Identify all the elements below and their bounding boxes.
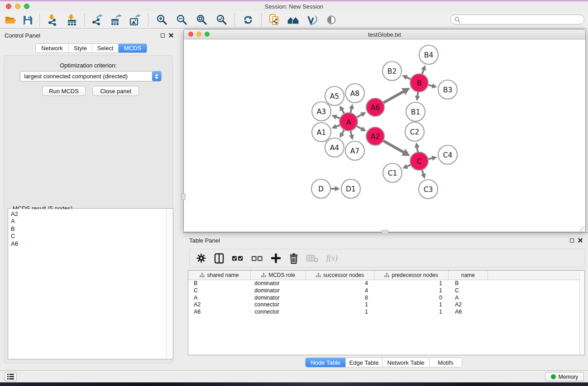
delete-column-button trash-icon[interactable] — [289, 253, 299, 264]
zoom-out-button[interactable] — [172, 12, 191, 28]
import-network-button[interactable] — [43, 12, 62, 28]
table-cell[interactable]: A6 — [449, 309, 488, 316]
graph-node-B1[interactable]: B1 — [406, 102, 425, 121]
table-cell[interactable]: connector — [251, 309, 306, 316]
graph-edge[interactable] — [349, 130, 354, 140]
graph-edge[interactable] — [331, 114, 340, 119]
table-cell[interactable]: dominator — [251, 280, 306, 287]
tab-network[interactable]: Network — [36, 44, 69, 52]
export-table-button[interactable] — [107, 12, 126, 28]
deselect-all-button unchecked-boxes-icon[interactable] — [251, 253, 263, 264]
tab-select[interactable]: Select — [92, 44, 119, 52]
network-from-selection-button[interactable] — [265, 12, 284, 28]
table-row[interactable]: Adominator80A — [188, 295, 584, 302]
table-cell[interactable]: B — [188, 280, 251, 287]
zoom-fit-button[interactable] — [191, 12, 211, 28]
graph-node-A2[interactable]: A2 — [366, 127, 384, 145]
select-all-button checked-boxes-icon[interactable] — [232, 253, 244, 264]
tab-network-table[interactable]: Network Table — [382, 358, 430, 367]
graph-edge[interactable] — [356, 112, 366, 118]
table-cell[interactable]: 1 — [374, 301, 449, 309]
window-resize-handle[interactable] — [579, 225, 585, 231]
graph-edge[interactable] — [415, 143, 420, 153]
graph-edge[interactable] — [428, 156, 437, 161]
table-row[interactable]: Cdominator41C — [188, 287, 584, 295]
graph-node-A8[interactable]: A8 — [345, 84, 364, 103]
graph-edge[interactable] — [383, 88, 410, 103]
show-columns-button columns-icon[interactable] — [214, 253, 224, 264]
graph-node-D[interactable]: D — [311, 179, 330, 198]
run-mcds-button[interactable]: Run MCDS — [42, 86, 86, 96]
float-panel-icon[interactable] — [161, 33, 165, 38]
zoom-selected-button[interactable] — [211, 12, 231, 28]
mcds-result-item[interactable]: A2 — [9, 210, 166, 218]
save-session-button[interactable] — [19, 12, 36, 28]
graph-node-D1[interactable]: D1 — [341, 179, 360, 198]
mcds-result-scrollbar[interactable] — [166, 209, 172, 358]
table-cell[interactable]: 1 — [306, 309, 374, 316]
table-cell[interactable]: 4 — [306, 287, 374, 295]
refresh-button[interactable] — [238, 12, 258, 28]
command-panel-button[interactable] — [5, 372, 17, 381]
table-cell[interactable]: A2 — [449, 301, 488, 309]
table-cell[interactable]: dominator — [251, 287, 306, 295]
table-cell[interactable]: 1 — [374, 280, 449, 287]
graph-edge[interactable] — [402, 75, 411, 80]
show-graphics-details-button[interactable] — [322, 12, 341, 28]
table-cell[interactable]: connector — [251, 301, 306, 309]
graph-node-B2[interactable]: B2 — [382, 62, 402, 81]
table-cell[interactable]: 8 — [306, 295, 374, 302]
mcds-result-item[interactable]: B — [9, 225, 166, 233]
tab-mcds[interactable]: MCDS — [119, 44, 147, 52]
table-cell[interactable]: 1 — [374, 309, 449, 316]
import-table-button[interactable] — [62, 12, 81, 28]
graph-edge[interactable] — [339, 129, 344, 138]
graph-node-A7[interactable]: A7 — [345, 141, 364, 160]
table-cell[interactable]: 1 — [374, 287, 449, 295]
tab-motifs[interactable]: Motifs — [430, 358, 462, 367]
table-settings-button gear-icon[interactable] — [196, 253, 206, 263]
table-cell[interactable]: 4 — [306, 280, 374, 287]
search-input[interactable] — [463, 16, 580, 23]
network-window-titlebar[interactable]: testGlobe.txt — [184, 29, 585, 39]
tab-edge-table[interactable]: Edge Table — [346, 358, 382, 367]
column-header-name[interactable]: name — [449, 271, 488, 280]
column-header-mcds-role[interactable]: MCDS role — [251, 271, 306, 280]
table-cell[interactable]: A — [449, 295, 488, 302]
open-file-button[interactable] — [2, 12, 19, 28]
table-cell[interactable]: C — [449, 287, 488, 295]
table-cell[interactable]: 0 — [374, 295, 449, 302]
delete-table-button table-delete-icon[interactable] — [306, 253, 319, 263]
graph-node-B4[interactable]: B4 — [419, 45, 438, 64]
graph-node-A1[interactable]: A1 — [312, 123, 331, 142]
graph-edge[interactable] — [415, 91, 421, 101]
graph-edge[interactable] — [349, 104, 354, 113]
table-row[interactable]: A6connector11A6 — [188, 309, 584, 316]
graph-edge[interactable] — [421, 169, 426, 179]
graph-node-C2[interactable]: C2 — [405, 122, 424, 141]
table-row[interactable]: Bdominator41B — [188, 280, 584, 287]
graph-edge[interactable] — [383, 140, 410, 156]
column-header-shared-name[interactable]: shared name — [188, 271, 251, 280]
mcds-result-item[interactable]: C — [9, 233, 166, 240]
graph-node-A4[interactable]: A4 — [325, 138, 344, 157]
graph-edge[interactable] — [421, 65, 426, 75]
column-header-successor-nodes[interactable]: successor nodes — [306, 271, 374, 280]
export-network-button[interactable] — [88, 12, 107, 28]
graph-edge[interactable] — [402, 164, 411, 169]
table-cell[interactable]: A2 — [188, 301, 251, 309]
memory-button[interactable]: Memory — [545, 372, 584, 381]
table-cell[interactable]: C — [188, 287, 251, 295]
graph-node-B3[interactable]: B3 — [438, 80, 457, 99]
graph-edge[interactable] — [331, 124, 340, 129]
table-cell[interactable]: dominator — [251, 295, 306, 302]
table-cell[interactable]: B — [449, 280, 488, 287]
table-cell[interactable]: A — [188, 295, 251, 302]
criterion-dropdown[interactable]: largest connected component (directed) — [20, 71, 162, 81]
graph-node-B[interactable]: B — [410, 74, 428, 92]
table-row[interactable]: A2connector11A2 — [188, 301, 584, 309]
graph-node-C[interactable]: C — [410, 152, 428, 170]
graph-edge[interactable] — [356, 126, 366, 131]
export-image-button[interactable] — [126, 12, 145, 28]
table-cell[interactable]: A6 — [188, 309, 251, 316]
